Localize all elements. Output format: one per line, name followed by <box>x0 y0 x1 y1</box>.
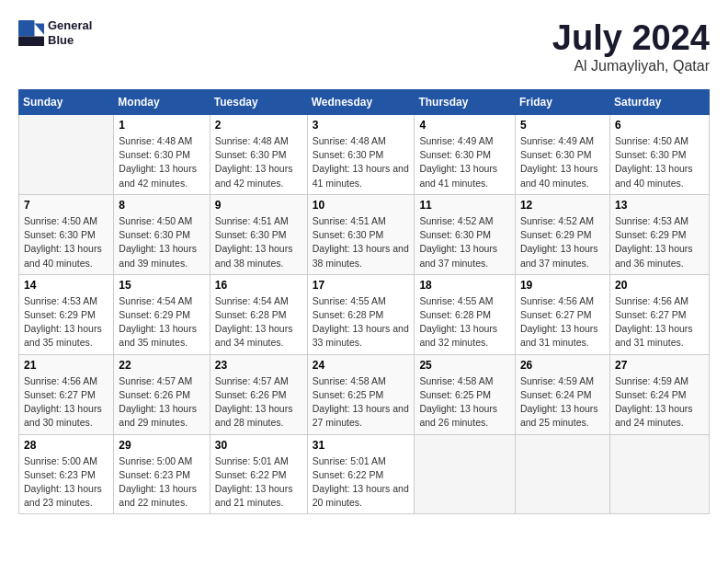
day-number: 3 <box>313 119 410 132</box>
day-number: 29 <box>119 439 204 452</box>
day-number: 7 <box>24 199 108 212</box>
day-number: 5 <box>520 119 605 132</box>
day-number: 23 <box>215 359 302 372</box>
day-number: 11 <box>419 199 510 212</box>
day-number: 10 <box>313 199 410 212</box>
calendar-cell: 20Sunrise: 4:56 AMSunset: 6:27 PMDayligh… <box>609 274 709 354</box>
day-info: Sunrise: 4:53 AMSunset: 6:29 PMDaylight:… <box>24 294 108 350</box>
day-info: Sunrise: 4:52 AMSunset: 6:29 PMDaylight:… <box>520 214 605 270</box>
day-number: 31 <box>313 439 410 452</box>
day-number: 6 <box>615 119 704 132</box>
header-cell-monday: Monday <box>114 90 210 115</box>
day-number: 15 <box>119 279 204 292</box>
week-row-2: 7Sunrise: 4:50 AMSunset: 6:30 PMDaylight… <box>19 194 710 274</box>
calendar-cell: 31Sunrise: 5:01 AMSunset: 6:22 PMDayligh… <box>307 434 415 514</box>
day-info: Sunrise: 4:56 AMSunset: 6:27 PMDaylight:… <box>615 294 704 350</box>
day-number: 13 <box>615 199 704 212</box>
day-info: Sunrise: 4:57 AMSunset: 6:26 PMDaylight:… <box>215 374 302 431</box>
header-cell-friday: Friday <box>515 90 609 115</box>
calendar-cell: 16Sunrise: 4:54 AMSunset: 6:28 PMDayligh… <box>210 274 307 354</box>
day-info: Sunrise: 4:50 AMSunset: 6:30 PMDaylight:… <box>615 134 704 190</box>
calendar-cell: 25Sunrise: 4:58 AMSunset: 6:25 PMDayligh… <box>415 354 516 434</box>
day-info: Sunrise: 4:49 AMSunset: 6:30 PMDaylight:… <box>419 134 510 190</box>
week-row-4: 21Sunrise: 4:56 AMSunset: 6:27 PMDayligh… <box>19 354 710 434</box>
day-number: 21 <box>24 359 108 372</box>
day-info: Sunrise: 5:00 AMSunset: 6:23 PMDaylight:… <box>119 454 204 511</box>
day-info: Sunrise: 5:00 AMSunset: 6:23 PMDaylight:… <box>24 454 108 511</box>
calendar-cell <box>515 434 609 514</box>
week-row-5: 28Sunrise: 5:00 AMSunset: 6:23 PMDayligh… <box>19 434 710 514</box>
day-info: Sunrise: 4:55 AMSunset: 6:28 PMDaylight:… <box>313 294 410 350</box>
day-info: Sunrise: 4:48 AMSunset: 6:30 PMDaylight:… <box>215 134 302 190</box>
day-number: 18 <box>419 279 510 292</box>
calendar-cell: 28Sunrise: 5:00 AMSunset: 6:23 PMDayligh… <box>19 434 114 514</box>
calendar-cell: 17Sunrise: 4:55 AMSunset: 6:28 PMDayligh… <box>307 274 415 354</box>
day-info: Sunrise: 5:01 AMSunset: 6:22 PMDaylight:… <box>215 454 302 511</box>
header-row: SundayMondayTuesdayWednesdayThursdayFrid… <box>19 90 710 115</box>
header-cell-tuesday: Tuesday <box>210 90 307 115</box>
day-info: Sunrise: 4:56 AMSunset: 6:27 PMDaylight:… <box>520 294 605 350</box>
day-info: Sunrise: 4:51 AMSunset: 6:30 PMDaylight:… <box>215 214 302 270</box>
calendar-cell: 6Sunrise: 4:50 AMSunset: 6:30 PMDaylight… <box>609 115 709 195</box>
calendar-cell: 30Sunrise: 5:01 AMSunset: 6:22 PMDayligh… <box>210 434 307 514</box>
calendar-cell: 15Sunrise: 4:54 AMSunset: 6:29 PMDayligh… <box>114 274 210 354</box>
day-info: Sunrise: 4:52 AMSunset: 6:30 PMDaylight:… <box>419 214 510 270</box>
svg-rect-2 <box>18 20 35 37</box>
logo-icon <box>18 20 44 46</box>
header-cell-thursday: Thursday <box>415 90 516 115</box>
calendar-cell: 9Sunrise: 4:51 AMSunset: 6:30 PMDaylight… <box>210 194 307 274</box>
header-cell-saturday: Saturday <box>609 90 709 115</box>
week-row-3: 14Sunrise: 4:53 AMSunset: 6:29 PMDayligh… <box>19 274 710 354</box>
calendar-cell: 7Sunrise: 4:50 AMSunset: 6:30 PMDaylight… <box>19 194 114 274</box>
day-number: 12 <box>520 199 605 212</box>
day-info: Sunrise: 4:49 AMSunset: 6:30 PMDaylight:… <box>520 134 605 190</box>
calendar-cell: 5Sunrise: 4:49 AMSunset: 6:30 PMDaylight… <box>515 115 609 195</box>
calendar-cell: 27Sunrise: 4:59 AMSunset: 6:24 PMDayligh… <box>609 354 709 434</box>
day-number: 28 <box>24 439 108 452</box>
calendar-cell: 2Sunrise: 4:48 AMSunset: 6:30 PMDaylight… <box>210 115 307 195</box>
calendar-cell: 24Sunrise: 4:58 AMSunset: 6:25 PMDayligh… <box>307 354 415 434</box>
svg-rect-3 <box>18 36 44 46</box>
title-block: July 2024 Al Jumayliyah, Qatar <box>552 18 710 75</box>
page-header: General Blue July 2024 Al Jumayliyah, Qa… <box>18 18 710 75</box>
day-number: 8 <box>119 199 204 212</box>
day-number: 4 <box>419 119 510 132</box>
day-number: 2 <box>215 119 302 132</box>
calendar-cell: 4Sunrise: 4:49 AMSunset: 6:30 PMDaylight… <box>415 115 516 195</box>
calendar-cell: 18Sunrise: 4:55 AMSunset: 6:28 PMDayligh… <box>415 274 516 354</box>
page-subtitle: Al Jumayliyah, Qatar <box>552 58 710 75</box>
day-info: Sunrise: 4:48 AMSunset: 6:30 PMDaylight:… <box>119 134 204 190</box>
day-number: 22 <box>119 359 204 372</box>
day-info: Sunrise: 4:54 AMSunset: 6:28 PMDaylight:… <box>215 294 302 350</box>
day-info: Sunrise: 4:53 AMSunset: 6:29 PMDaylight:… <box>615 214 704 270</box>
calendar-cell: 19Sunrise: 4:56 AMSunset: 6:27 PMDayligh… <box>515 274 609 354</box>
day-number: 26 <box>520 359 605 372</box>
calendar-cell: 11Sunrise: 4:52 AMSunset: 6:30 PMDayligh… <box>415 194 516 274</box>
day-info: Sunrise: 4:48 AMSunset: 6:30 PMDaylight:… <box>313 134 410 190</box>
header-cell-sunday: Sunday <box>19 90 114 115</box>
calendar-cell: 26Sunrise: 4:59 AMSunset: 6:24 PMDayligh… <box>515 354 609 434</box>
day-info: Sunrise: 5:01 AMSunset: 6:22 PMDaylight:… <box>313 454 410 511</box>
calendar-cell: 14Sunrise: 4:53 AMSunset: 6:29 PMDayligh… <box>19 274 114 354</box>
calendar-cell <box>19 115 114 195</box>
week-row-1: 1Sunrise: 4:48 AMSunset: 6:30 PMDaylight… <box>19 115 710 195</box>
day-info: Sunrise: 4:50 AMSunset: 6:30 PMDaylight:… <box>119 214 204 270</box>
day-info: Sunrise: 4:56 AMSunset: 6:27 PMDaylight:… <box>24 374 108 431</box>
day-number: 16 <box>215 279 302 292</box>
calendar-cell: 12Sunrise: 4:52 AMSunset: 6:29 PMDayligh… <box>515 194 609 274</box>
header-cell-wednesday: Wednesday <box>307 90 415 115</box>
day-number: 30 <box>215 439 302 452</box>
calendar-cell: 1Sunrise: 4:48 AMSunset: 6:30 PMDaylight… <box>114 115 210 195</box>
day-info: Sunrise: 4:59 AMSunset: 6:24 PMDaylight:… <box>520 374 605 431</box>
day-info: Sunrise: 4:55 AMSunset: 6:28 PMDaylight:… <box>419 294 510 350</box>
day-number: 19 <box>520 279 605 292</box>
day-info: Sunrise: 4:50 AMSunset: 6:30 PMDaylight:… <box>24 214 108 270</box>
day-number: 20 <box>615 279 704 292</box>
day-number: 14 <box>24 279 108 292</box>
calendar-cell: 29Sunrise: 5:00 AMSunset: 6:23 PMDayligh… <box>114 434 210 514</box>
day-info: Sunrise: 4:59 AMSunset: 6:24 PMDaylight:… <box>615 374 704 431</box>
calendar-cell <box>609 434 709 514</box>
calendar-cell: 13Sunrise: 4:53 AMSunset: 6:29 PMDayligh… <box>609 194 709 274</box>
day-number: 27 <box>615 359 704 372</box>
calendar-cell: 3Sunrise: 4:48 AMSunset: 6:30 PMDaylight… <box>307 115 415 195</box>
